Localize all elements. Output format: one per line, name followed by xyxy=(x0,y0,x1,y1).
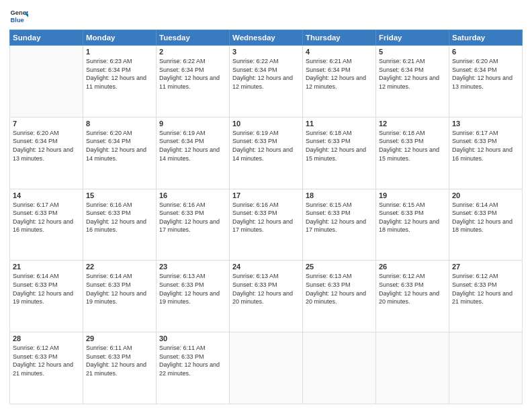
sunrise-text: Sunrise: 6:11 AM xyxy=(86,345,132,351)
calendar-cell: 10Sunrise: 6:19 AMSunset: 6:33 PMDayligh… xyxy=(230,117,303,189)
sunrise-text: Sunrise: 6:19 AM xyxy=(159,130,206,136)
day-number: 22 xyxy=(86,263,153,271)
sunset-text: Sunset: 6:33 PM xyxy=(86,210,131,216)
sunrise-text: Sunrise: 6:19 AM xyxy=(232,130,279,136)
day-info: Sunrise: 6:13 AMSunset: 6:33 PMDaylight:… xyxy=(306,272,373,306)
sunrise-text: Sunrise: 6:18 AM xyxy=(306,130,352,136)
logo-icon: General Blue xyxy=(9,7,28,26)
day-number: 25 xyxy=(306,263,373,271)
sunset-text: Sunset: 6:33 PM xyxy=(379,210,424,216)
day-number: 30 xyxy=(159,334,226,342)
calendar-header-thursday: Thursday xyxy=(303,30,376,46)
day-number: 18 xyxy=(306,191,373,199)
sunset-text: Sunset: 6:33 PM xyxy=(13,353,58,360)
day-info: Sunrise: 6:11 AMSunset: 6:33 PMDaylight:… xyxy=(86,344,153,377)
day-info: Sunrise: 6:14 AMSunset: 6:33 PMDaylight:… xyxy=(13,272,80,306)
calendar-cell: 3Sunrise: 6:22 AMSunset: 6:34 PMDaylight… xyxy=(230,46,303,118)
sunrise-text: Sunrise: 6:17 AM xyxy=(452,130,498,136)
daylight-text: Daylight: 12 hours and 17 minutes. xyxy=(306,218,366,234)
day-info: Sunrise: 6:15 AMSunset: 6:33 PMDaylight:… xyxy=(306,201,373,234)
sunrise-text: Sunrise: 6:22 AM xyxy=(232,58,279,64)
calendar-cell xyxy=(10,46,83,118)
page: General Blue SundayMondayTuesdayWednesda… xyxy=(0,0,532,411)
sunset-text: Sunset: 6:33 PM xyxy=(452,210,497,216)
calendar-cell: 6Sunrise: 6:20 AMSunset: 6:34 PMDaylight… xyxy=(449,46,523,118)
day-number: 26 xyxy=(379,263,446,271)
day-number: 4 xyxy=(306,48,373,56)
day-number: 3 xyxy=(232,48,300,56)
calendar-cell: 1Sunrise: 6:23 AMSunset: 6:34 PMDaylight… xyxy=(83,46,157,118)
daylight-text: Daylight: 12 hours and 11 minutes. xyxy=(159,75,220,90)
daylight-text: Daylight: 12 hours and 13 minutes. xyxy=(13,146,73,162)
day-number: 21 xyxy=(13,263,80,271)
daylight-text: Daylight: 12 hours and 12 minutes. xyxy=(306,75,366,90)
sunset-text: Sunset: 6:33 PM xyxy=(306,210,351,216)
sunset-text: Sunset: 6:33 PM xyxy=(159,210,204,216)
day-info: Sunrise: 6:11 AMSunset: 6:33 PMDaylight:… xyxy=(159,344,226,377)
day-info: Sunrise: 6:12 AMSunset: 6:33 PMDaylight:… xyxy=(13,344,80,377)
sunrise-text: Sunrise: 6:13 AM xyxy=(232,273,279,279)
day-number: 1 xyxy=(86,48,153,56)
day-number: 12 xyxy=(379,120,446,128)
day-number: 19 xyxy=(379,191,446,199)
sunset-text: Sunset: 6:33 PM xyxy=(86,353,131,360)
sunset-text: Sunset: 6:34 PM xyxy=(13,138,58,144)
sunset-text: Sunset: 6:34 PM xyxy=(306,66,351,73)
day-number: 2 xyxy=(159,48,226,56)
calendar-cell xyxy=(376,332,449,404)
calendar-header-wednesday: Wednesday xyxy=(230,30,303,46)
day-number: 27 xyxy=(452,263,519,271)
week-row-2: 7Sunrise: 6:20 AMSunset: 6:34 PMDaylight… xyxy=(10,117,523,189)
day-info: Sunrise: 6:17 AMSunset: 6:33 PMDaylight:… xyxy=(13,201,80,234)
sunset-text: Sunset: 6:33 PM xyxy=(232,138,277,144)
sunrise-text: Sunrise: 6:14 AM xyxy=(86,273,132,279)
sunrise-text: Sunrise: 6:15 AM xyxy=(379,201,425,208)
day-number: 11 xyxy=(306,120,373,128)
sunset-text: Sunset: 6:34 PM xyxy=(86,66,131,73)
daylight-text: Daylight: 12 hours and 11 minutes. xyxy=(86,75,146,90)
day-number: 16 xyxy=(159,191,226,199)
sunset-text: Sunset: 6:33 PM xyxy=(452,138,497,144)
sunrise-text: Sunrise: 6:17 AM xyxy=(13,201,59,208)
calendar-cell: 14Sunrise: 6:17 AMSunset: 6:33 PMDayligh… xyxy=(10,189,83,261)
sunrise-text: Sunrise: 6:20 AM xyxy=(13,130,59,136)
daylight-text: Daylight: 12 hours and 17 minutes. xyxy=(232,218,293,234)
sunrise-text: Sunrise: 6:12 AM xyxy=(13,345,59,351)
daylight-text: Daylight: 12 hours and 12 minutes. xyxy=(232,75,293,90)
day-info: Sunrise: 6:20 AMSunset: 6:34 PMDaylight:… xyxy=(86,129,153,163)
header: General Blue xyxy=(9,7,523,26)
calendar-cell: 18Sunrise: 6:15 AMSunset: 6:33 PMDayligh… xyxy=(303,189,376,261)
calendar-cell: 16Sunrise: 6:16 AMSunset: 6:33 PMDayligh… xyxy=(157,189,230,261)
sunset-text: Sunset: 6:33 PM xyxy=(306,281,351,288)
sunrise-text: Sunrise: 6:13 AM xyxy=(306,273,352,279)
sunset-text: Sunset: 6:33 PM xyxy=(232,210,277,216)
daylight-text: Daylight: 12 hours and 17 minutes. xyxy=(159,218,220,234)
calendar-header-monday: Monday xyxy=(83,30,157,46)
calendar-cell: 15Sunrise: 6:16 AMSunset: 6:33 PMDayligh… xyxy=(83,189,157,261)
day-info: Sunrise: 6:19 AMSunset: 6:34 PMDaylight:… xyxy=(159,129,226,163)
daylight-text: Daylight: 12 hours and 13 minutes. xyxy=(452,75,513,90)
calendar-cell: 24Sunrise: 6:13 AMSunset: 6:33 PMDayligh… xyxy=(230,261,303,332)
day-number: 15 xyxy=(86,191,153,199)
day-info: Sunrise: 6:21 AMSunset: 6:34 PMDaylight:… xyxy=(379,57,446,91)
sunrise-text: Sunrise: 6:14 AM xyxy=(452,201,498,208)
sunset-text: Sunset: 6:34 PM xyxy=(379,66,424,73)
calendar-cell: 17Sunrise: 6:16 AMSunset: 6:33 PMDayligh… xyxy=(230,189,303,261)
day-info: Sunrise: 6:20 AMSunset: 6:34 PMDaylight:… xyxy=(452,57,519,91)
daylight-text: Daylight: 12 hours and 20 minutes. xyxy=(306,290,366,306)
calendar-cell xyxy=(303,332,376,404)
calendar-cell: 2Sunrise: 6:22 AMSunset: 6:34 PMDaylight… xyxy=(157,46,230,118)
day-number: 17 xyxy=(232,191,300,199)
calendar-table: SundayMondayTuesdayWednesdayThursdayFrid… xyxy=(9,30,523,404)
calendar-cell: 21Sunrise: 6:14 AMSunset: 6:33 PMDayligh… xyxy=(10,261,83,332)
sunrise-text: Sunrise: 6:18 AM xyxy=(379,130,425,136)
sunset-text: Sunset: 6:33 PM xyxy=(379,281,424,288)
calendar-header-saturday: Saturday xyxy=(449,30,523,46)
day-info: Sunrise: 6:19 AMSunset: 6:33 PMDaylight:… xyxy=(232,129,300,163)
calendar-cell: 22Sunrise: 6:14 AMSunset: 6:33 PMDayligh… xyxy=(83,261,157,332)
day-info: Sunrise: 6:20 AMSunset: 6:34 PMDaylight:… xyxy=(13,129,80,163)
sunset-text: Sunset: 6:34 PM xyxy=(86,138,131,144)
daylight-text: Daylight: 12 hours and 19 minutes. xyxy=(86,290,146,306)
sunset-text: Sunset: 6:34 PM xyxy=(232,66,277,73)
day-number: 24 xyxy=(232,263,300,271)
